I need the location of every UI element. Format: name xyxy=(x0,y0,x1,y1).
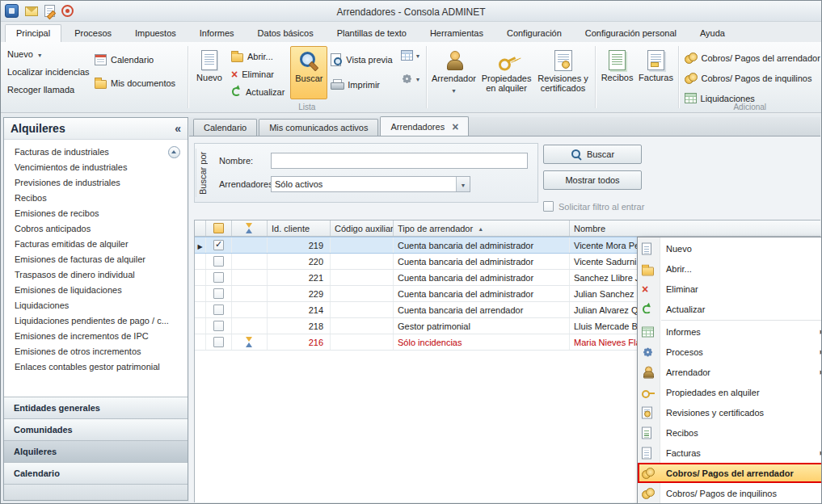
sidebar-section-comunidades[interactable]: Comunidades xyxy=(4,418,188,440)
ribbon-localizar-incidencias[interactable]: Localizar incidencias xyxy=(7,67,90,77)
sidebar-item-emisiones-facturas[interactable]: Emisiones de facturas de alquiler xyxy=(4,252,188,267)
doc-tab-mis-comunicados[interactable]: Mis comunicados activos xyxy=(259,119,378,136)
ribbon-tab-configuracion[interactable]: Configuración xyxy=(496,25,572,42)
ribbon-revisiones-button[interactable]: Revisiones y certificados xyxy=(534,46,592,99)
ribbon-tab-informes[interactable]: Informes xyxy=(189,25,245,42)
ribbon-arrendador-button[interactable]: Arrendador xyxy=(429,46,479,99)
sidebar-item-emisiones-recibos[interactable]: Emisiones de recibos xyxy=(4,206,188,221)
cell-tipo: Cuenta bancaria del arrendador xyxy=(394,302,570,317)
ribbon-view-dropdown[interactable] xyxy=(398,49,424,61)
sidebar-item-incrementos-ipc[interactable]: Emisiones de incrementos de IPC xyxy=(4,329,188,344)
menu-item-cobros-pagos-inquilinos[interactable]: Cobros/ Pagos de inquilinos xyxy=(638,483,822,503)
certificate-icon xyxy=(642,406,652,418)
sidebar-item-traspasos-dinero[interactable]: Traspasos de dinero individual xyxy=(4,267,188,283)
doc-tab-calendario[interactable]: Calendario xyxy=(193,119,257,136)
menu-item-label: Cobros/ Pagos de inquilinos xyxy=(666,489,777,498)
buscar-button[interactable]: Buscar xyxy=(543,145,642,164)
sidebar-item-liquidaciones[interactable]: Liquidaciones xyxy=(4,298,188,313)
header-id-cliente[interactable]: Id. cliente xyxy=(268,220,331,236)
sidebar-item-otros-incrementos[interactable]: Emisiones de otros incrementos xyxy=(4,344,188,359)
ribbon-recoger-llamada[interactable]: Recoger llamada xyxy=(7,85,90,94)
menu-item-label: Recibos xyxy=(666,428,698,438)
mostrar-todos-button[interactable]: Mostrar todos xyxy=(543,170,642,190)
ribbon-imprimir-button[interactable]: Imprimir xyxy=(327,76,398,93)
ribbon-localizar-label: Localizar incidencias xyxy=(7,67,90,77)
menu-item-arrendador[interactable]: Arrendador xyxy=(638,362,822,382)
ribbon-tab-datos-basicos[interactable]: Datos básicos xyxy=(247,25,324,42)
ribbon-tab-impuestos[interactable]: Impuestos xyxy=(124,25,187,42)
menu-item-facturas[interactable]: Facturas xyxy=(638,443,822,463)
menu-item-procesos[interactable]: Procesos xyxy=(638,342,822,362)
sidebar-item-enlaces-contables[interactable]: Enlaces contables gestor patrimonial xyxy=(4,359,188,375)
ribbon-buscar-button[interactable]: Buscar xyxy=(290,46,327,99)
ribbon-recibos-button[interactable]: Recibos xyxy=(598,46,637,99)
row-checkbox[interactable] xyxy=(213,240,224,250)
ribbon-eliminar-button[interactable]: Eliminar xyxy=(228,65,290,82)
row-checkbox[interactable] xyxy=(213,256,224,267)
close-tab-icon[interactable] xyxy=(452,121,458,132)
menu-item-recibos[interactable]: Recibos xyxy=(638,422,822,443)
menu-item-eliminar[interactable]: Eliminar xyxy=(638,279,822,299)
ribbon-nuevo-button[interactable]: Nuevo xyxy=(191,46,228,99)
row-checkbox[interactable] xyxy=(213,288,224,299)
doc-tab-arrendadores-label: Arrendadores xyxy=(390,122,445,132)
ribbon-facturas-button[interactable]: Facturas xyxy=(637,46,676,99)
menu-item-informes[interactable]: Informes xyxy=(638,321,822,342)
cell-aux xyxy=(331,237,394,253)
ribbon-tab-configuracion-personal[interactable]: Configuración personal xyxy=(575,25,687,42)
header-tipo-arrendador[interactable]: Tipo de arrendador xyxy=(394,220,570,236)
header-codigo-auxiliar[interactable]: Código auxiliar xyxy=(331,220,394,236)
header-incidencias[interactable] xyxy=(232,220,268,236)
ribbon-calendario-button[interactable]: Calendario xyxy=(95,54,175,65)
ribbon-cobros-inquilinos-button[interactable]: Cobros/ Pagos de inquilinos xyxy=(681,69,819,86)
doc-tab-arrendadores[interactable]: Arrendadores xyxy=(380,116,469,136)
ribbon-nuevo-menu[interactable]: Nuevo xyxy=(7,49,90,59)
sidebar-header: Alquileres xyxy=(4,118,188,140)
menu-item-label: Abrir... xyxy=(666,264,692,274)
sidebar-item-emisiones-liquidaciones[interactable]: Emisiones de liquidaciones xyxy=(4,283,188,298)
sidebar-item-liquidaciones-pendientes[interactable]: Liquidaciones pendientes de pago / c... xyxy=(4,313,188,329)
ribbon-abrir-button[interactable]: Abrir... xyxy=(228,48,290,65)
ribbon-tab-procesos[interactable]: Procesos xyxy=(64,25,122,42)
row-checkbox[interactable] xyxy=(213,321,224,331)
ribbon-tab-plantillas[interactable]: Plantillas de texto xyxy=(327,25,417,42)
chevrons-left-icon[interactable] xyxy=(175,122,181,135)
menu-item-propiedades[interactable]: Propiedades en alquiler xyxy=(638,382,822,402)
menu-item-nuevo[interactable]: Nuevo xyxy=(638,238,822,258)
ribbon-actualizar-button[interactable]: Actualizar xyxy=(228,83,290,100)
row-checkbox[interactable] xyxy=(213,337,224,347)
menu-item-abrir[interactable]: Abrir... xyxy=(638,258,822,279)
row-checkbox[interactable] xyxy=(213,272,224,283)
ribbon-propiedades-button[interactable]: Propiedades en alquiler xyxy=(479,46,534,99)
ribbon-vista-previa-button[interactable]: Vista previa xyxy=(327,51,398,68)
row-checkbox[interactable] xyxy=(213,304,224,315)
sidebar-section-alquileres[interactable]: Alquileres xyxy=(4,440,188,462)
nombre-input[interactable] xyxy=(271,153,528,169)
header-select-all[interactable] xyxy=(206,220,232,236)
sidebar-item-previsiones-industriales[interactable]: Previsiones de industriales xyxy=(4,175,188,191)
chevron-down-icon xyxy=(415,51,421,60)
menu-item-revisiones[interactable]: Revisiones y certificados xyxy=(638,402,822,422)
ribbon-tab-principal[interactable]: Principal xyxy=(5,24,61,42)
sidebar-item-cobros-anticipados[interactable]: Cobros anticipados xyxy=(4,221,188,237)
sidebar-item-recibos[interactable]: Recibos xyxy=(4,191,188,206)
sidebar-item-facturas-industriales[interactable]: Facturas de industriales xyxy=(4,145,188,160)
sidebar-item-facturas-emitidas[interactable]: Facturas emitidas de alquiler xyxy=(4,237,188,252)
ribbon-tab-ayuda[interactable]: Ayuda xyxy=(689,25,736,42)
solicitar-filtro-checkbox[interactable] xyxy=(543,201,554,212)
new-document-icon xyxy=(201,50,217,70)
arrendadores-select[interactable]: Sólo activos xyxy=(271,176,470,192)
select-dropdown-button[interactable] xyxy=(456,177,470,191)
sidebar-item-vencimientos-industriales[interactable]: Vencimientos de industriales xyxy=(4,160,188,175)
ribbon-tab-herramientas[interactable]: Herramientas xyxy=(419,25,494,42)
ribbon-cobros-arrendador-button[interactable]: Cobros/ Pagos del arrendador xyxy=(681,49,819,66)
ribbon-mis-documentos-button[interactable]: Mis documentos xyxy=(95,78,175,89)
gear-icon xyxy=(642,346,654,358)
scroll-up-icon[interactable] xyxy=(168,146,180,158)
menu-item-cobros-pagos-arrendador[interactable]: Cobros/ Pagos del arrendador xyxy=(638,463,822,483)
ribbon-settings-dropdown[interactable] xyxy=(398,72,424,86)
sidebar-section-entidades-generales[interactable]: Entidades generales xyxy=(4,397,188,418)
sidebar-section-calendario[interactable]: Calendario xyxy=(4,462,188,484)
header-nombre[interactable]: Nombre xyxy=(570,220,820,236)
menu-item-actualizar[interactable]: Actualizar xyxy=(638,299,822,319)
